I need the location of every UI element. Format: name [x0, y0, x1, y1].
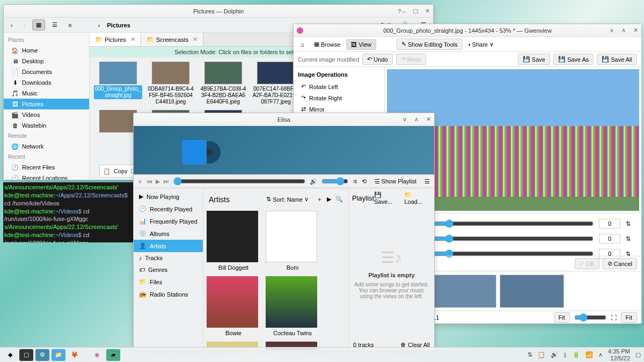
nav-recently-played[interactable]: 🕐Recently Played	[134, 203, 203, 215]
file-thumb[interactable]: 4B9E17BA-C038-43F4-B2BD-BAEA6E6440F6.jpe…	[199, 62, 247, 106]
tray-chevron-icon[interactable]: ∧	[598, 351, 603, 358]
breadcrumb-pictures[interactable]: Pictures	[103, 20, 134, 31]
dolphin-titlebar[interactable]: Pictures — Dolphin ? – ▢ ✕	[4, 5, 433, 18]
clock[interactable]: 4:35 PM 12/5/22	[608, 348, 630, 361]
sidebar-item-pictures[interactable]: 🖼Pictures	[4, 99, 89, 109]
forward-button[interactable]: ›	[20, 20, 30, 31]
browse-button[interactable]: ▦ Browse	[310, 39, 345, 50]
sidebar-item-documents[interactable]: 📄Documents	[4, 67, 89, 77]
volume-icon[interactable]: 🔊	[310, 178, 317, 185]
artist-card[interactable]: Bill Doggett	[207, 211, 260, 271]
taskbar-gwenview-icon[interactable]: ◉	[90, 349, 104, 361]
shuffle-icon[interactable]: ⤭	[353, 178, 357, 185]
show-editing-tools-button[interactable]: ✎ Show Editing Tools	[397, 39, 463, 50]
playlist-save-button[interactable]: 💾 Save...	[374, 191, 401, 205]
sidebar-item-music[interactable]: 🎵Music	[4, 88, 89, 99]
sort-button[interactable]: ⇅ Sort: Name ∨	[262, 194, 312, 205]
thumb-item[interactable]	[432, 275, 496, 308]
taskbar-settings-icon[interactable]: ⚙	[35, 349, 49, 361]
show-desktop-icon[interactable]: ▢	[635, 351, 641, 358]
nav-files[interactable]: 📁Files	[134, 276, 203, 288]
sidebar-item-wastebin[interactable]: 🗑Wastebin	[4, 120, 89, 131]
taskbar-elisa-icon[interactable]: ▰	[106, 349, 120, 361]
close-icon[interactable]: ✕	[423, 8, 431, 15]
play-all-icon[interactable]: ▶	[327, 196, 331, 203]
undo-button[interactable]: ↶ Undo	[362, 54, 392, 65]
thumb-item[interactable]	[500, 275, 564, 308]
home-button[interactable]: ⌂	[297, 39, 308, 50]
close-icon[interactable]: ✕	[632, 27, 639, 34]
slider-2-value[interactable]: 0	[599, 234, 620, 243]
nav-artists[interactable]: 👤Artists	[134, 240, 203, 252]
file-thumb[interactable]: 000_Group_photo_straight.jpg	[94, 62, 142, 106]
slider-1-value[interactable]: 0	[599, 219, 620, 228]
fit-button[interactable]: Fit	[554, 312, 570, 323]
tray-wifi-icon[interactable]: 📶	[586, 351, 593, 358]
fit-button-2[interactable]: Fit	[621, 312, 637, 323]
view-button[interactable]: 🖼 View	[346, 39, 376, 50]
nav-radio-stations[interactable]: 📻Radio Stations	[134, 288, 203, 300]
tab-pictures[interactable]: 📁 Pictures✕	[90, 33, 141, 46]
cancel-button[interactable]: ⊘ Cancel	[603, 258, 637, 269]
nav-albums[interactable]: 💿Albums	[134, 227, 203, 240]
gwenview-titlebar[interactable]: 000_Group_photo_straight.jpg - 1445x434 …	[294, 24, 641, 37]
close-icon[interactable]: ✕	[425, 116, 432, 123]
search-icon[interactable]: 🔍	[335, 196, 343, 203]
file-thumb[interactable]: 0DBA8714-B9C4-4F5F-BF45-592604C44818.jpe…	[147, 62, 195, 106]
tray-clipboard-icon[interactable]: 📋	[538, 351, 545, 358]
seek-slider[interactable]	[173, 177, 305, 186]
zoom-slider[interactable]	[574, 313, 606, 322]
maximize-icon[interactable]: ▢	[412, 8, 419, 15]
tray-volume-icon[interactable]: 🔊	[551, 351, 558, 358]
sidebar-item-desktop[interactable]: 🖥Desktop	[4, 56, 89, 67]
stepper-icon[interactable]: ⇅	[626, 235, 631, 242]
back-button[interactable]: ‹	[7, 20, 17, 31]
tray-bluetooth-icon[interactable]: ᛒ	[564, 352, 567, 358]
nav-frequently-played[interactable]: 📊Frequently Played	[134, 215, 203, 227]
nav-genres[interactable]: 🏷Genres	[134, 264, 203, 276]
app-launcher-icon[interactable]: ◆	[3, 349, 17, 361]
copy-button[interactable]: Copy	[114, 168, 128, 174]
elisa-titlebar[interactable]: Elisa ∨ ∧ ✕	[134, 113, 434, 126]
tray-battery-icon[interactable]: 🔋	[573, 351, 580, 358]
save-button[interactable]: 💾 Save	[518, 54, 550, 65]
minimize-icon[interactable]: –	[400, 8, 407, 15]
op-rotate-left[interactable]: ↶Rotate Left	[298, 81, 380, 92]
terminal-window[interactable]: s/Announcements/Apps/22.12/Screencasts'k…	[3, 182, 134, 242]
add-icon[interactable]: ＋	[317, 195, 323, 203]
artist-card[interactable]: Bom	[266, 211, 319, 271]
sidebar-item-downloads[interactable]: ⬇Downloads	[4, 77, 89, 88]
volume-slider[interactable]	[321, 177, 348, 186]
taskbar-firefox-icon[interactable]: 🦊	[68, 349, 82, 361]
nav-tracks[interactable]: ♪Tracks	[134, 252, 203, 264]
artist-card[interactable]: Cocteau Twins	[266, 276, 319, 336]
play-button[interactable]: ▶	[156, 178, 160, 185]
tab-close-icon[interactable]: ✕	[193, 36, 197, 43]
share-button[interactable]: • Share ∨	[465, 39, 497, 50]
taskbar-dolphin-icon[interactable]: 📁	[52, 349, 65, 361]
view-icons-button[interactable]: ▦	[32, 19, 45, 31]
minimize-icon[interactable]: ∨	[401, 116, 408, 123]
tab-close-icon[interactable]: ✕	[130, 36, 135, 43]
show-playlist-button[interactable]: ☰ Show Playlist	[371, 176, 420, 187]
artist-card[interactable]: Bowie	[207, 276, 260, 336]
sidebar-item-videos[interactable]: 🎬Videos	[4, 109, 89, 120]
next-button[interactable]: ⏭	[163, 178, 169, 185]
stepper-icon[interactable]: ⇅	[626, 220, 631, 227]
nav-now-playing[interactable]: ▶Now Playing	[134, 190, 203, 203]
sidebar-item-recent-files[interactable]: 🕐Recent Files	[4, 162, 89, 173]
prev-button[interactable]: ⏮	[147, 178, 152, 185]
view-compact-button[interactable]: ☰	[48, 19, 61, 31]
tab-screencasts[interactable]: 📁 Screencasts✕	[141, 33, 204, 46]
sidebar-item-recent-locations[interactable]: 🕐Recent Locations	[4, 173, 89, 180]
sidebar-item-home[interactable]: 🏠Home	[4, 45, 89, 56]
fullscreen-icon[interactable]: ⛶	[611, 314, 617, 321]
view-details-button[interactable]: ≡	[64, 20, 75, 31]
playlist-load-button[interactable]: 📁 Load...	[404, 191, 431, 205]
saveas-button[interactable]: 💾 Save As	[553, 54, 594, 65]
maximize-icon[interactable]: ∧	[413, 116, 420, 123]
saveall-button[interactable]: 💾 Save All	[597, 54, 637, 65]
minimize-icon[interactable]: ∨	[608, 27, 616, 34]
repeat-icon[interactable]: ⟲	[362, 178, 367, 185]
taskbar-terminal-icon[interactable]: ▢	[19, 349, 33, 361]
